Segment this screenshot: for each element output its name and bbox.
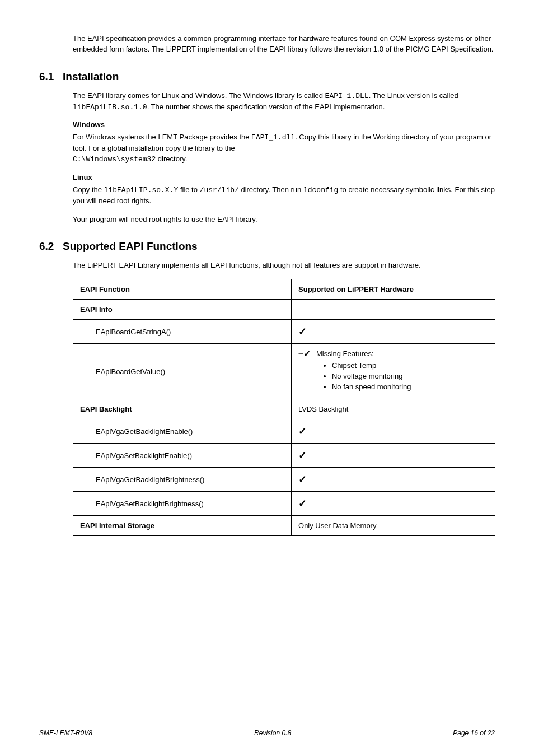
list-item: No fan speed monitoring bbox=[332, 382, 411, 391]
cell-empty bbox=[292, 300, 495, 320]
code-eapi-dll-lower: EAPI_1.dll bbox=[251, 133, 295, 142]
cell-check: ✓ bbox=[292, 419, 495, 444]
intro-paragraph: The EAPI specification provides a common… bbox=[39, 34, 495, 55]
fn-name: EApiVgaSetBacklightBrightness() bbox=[73, 492, 292, 516]
text-fragment: . The Linux version is called bbox=[369, 91, 458, 100]
windows-paragraph: For Windows systems the LEMT Package pro… bbox=[39, 132, 495, 165]
dash-check-icon: –✓ bbox=[298, 349, 311, 358]
fn-name: EApiVgaGetBacklightEnable() bbox=[73, 419, 292, 444]
linux-heading: Linux bbox=[73, 173, 495, 181]
group-eapi-storage: EAPI Internal Storage bbox=[73, 516, 292, 536]
footer-right: Page 16 of 22 bbox=[453, 729, 495, 737]
linux-paragraph-2: Your program will need root rights to us… bbox=[39, 214, 495, 225]
col-header-supported: Supported on LiPPERT Hardware bbox=[292, 279, 495, 300]
section-6-1-number: 6.1 bbox=[39, 71, 63, 83]
windows-heading: Windows bbox=[73, 120, 495, 129]
section-6-2-heading: 6.2Supported EAPI Functions bbox=[39, 240, 495, 253]
table-row: EAPI Internal Storage Only User Data Mem… bbox=[73, 516, 495, 536]
fn-name: EApiBoardGetStringA() bbox=[73, 320, 292, 344]
fn-name: EApiVgaSetBacklightEnable() bbox=[73, 444, 292, 468]
list-item: No voltage monitoring bbox=[332, 372, 411, 380]
list-item: Chipset Temp bbox=[332, 361, 411, 370]
table-row: EApiBoardGetStringA() ✓ bbox=[73, 320, 495, 344]
check-icon: ✓ bbox=[298, 474, 307, 485]
fn-name: EApiBoardGetValue() bbox=[73, 344, 292, 399]
table-row: EAPI Info bbox=[73, 300, 495, 320]
code-usr-lib: /usr/lib/ bbox=[200, 186, 239, 194]
section-6-2-title: Supported EAPI Functions bbox=[63, 240, 198, 252]
code-ldconfig: ldconfig bbox=[303, 186, 338, 194]
group-eapi-backlight: EAPI Backlight bbox=[73, 399, 292, 419]
cell-check: ✓ bbox=[292, 444, 495, 468]
section-6-2-number: 6.2 bbox=[39, 240, 63, 253]
text-fragment: For Windows systems the LEMT Package pro… bbox=[73, 133, 251, 141]
missing-features-list: Chipset Temp No voltage monitoring No fa… bbox=[316, 361, 411, 391]
code-libeapilip: libEApiLIP.so.X.Y bbox=[104, 186, 179, 194]
col-header-function: EAPI Function bbox=[73, 279, 292, 300]
text-fragment: file to bbox=[178, 185, 199, 194]
code-eapi-dll: EAPI_1.DLL bbox=[325, 92, 369, 100]
page-footer: SME-LEMT-R0V8 Revision 0.8 Page 16 of 22 bbox=[39, 729, 495, 737]
text-fragment: . The number shows the specification ver… bbox=[147, 102, 385, 111]
eapi-functions-table: EAPI Function Supported on LiPPERT Hardw… bbox=[73, 279, 495, 536]
check-icon: ✓ bbox=[298, 326, 307, 337]
section-6-1-heading: 6.1Installation bbox=[39, 71, 495, 83]
table-header-row: EAPI Function Supported on LiPPERT Hardw… bbox=[73, 279, 495, 300]
text-fragment: directory. bbox=[156, 155, 187, 163]
fn-name: EApiVgaGetBacklightBrightness() bbox=[73, 468, 292, 492]
code-libeapilib: libEApiLIB.so.1.0 bbox=[73, 103, 147, 111]
table-row: EAPI Backlight LVDS Backlight bbox=[73, 399, 495, 419]
text-fragment: directory. Then run bbox=[239, 185, 303, 194]
table-row: EApiVgaSetBacklightEnable() ✓ bbox=[73, 444, 495, 468]
linux-paragraph-1: Copy the libEApiLIP.so.X.Y file to /usr/… bbox=[39, 185, 495, 207]
cell-check: ✓ bbox=[292, 492, 495, 516]
text-fragment: Copy the bbox=[73, 185, 104, 194]
table-row: EApiBoardGetValue() –✓ Missing Features:… bbox=[73, 344, 495, 399]
footer-center: Revision 0.8 bbox=[254, 729, 291, 737]
check-icon: ✓ bbox=[298, 498, 307, 509]
table-row: EApiVgaGetBacklightBrightness() ✓ bbox=[73, 468, 495, 492]
table-row: EApiVgaSetBacklightBrightness() ✓ bbox=[73, 492, 495, 516]
table-row: EApiVgaGetBacklightEnable() ✓ bbox=[73, 419, 495, 444]
missing-features-label: Missing Features: bbox=[316, 349, 374, 358]
s62-paragraph-1: The LiPPERT EAPI Library implements all … bbox=[39, 260, 495, 271]
section-6-1-title: Installation bbox=[63, 71, 119, 82]
cell-missing-features: –✓ Missing Features: Chipset Temp No vol… bbox=[292, 344, 495, 399]
cell-storage-note: Only User Data Memory bbox=[292, 516, 495, 536]
text-fragment: The EAPI library comes for Linux and Win… bbox=[73, 91, 325, 100]
code-windows-system32: C:\Windows\system32 bbox=[73, 155, 156, 164]
check-icon: ✓ bbox=[298, 426, 307, 437]
footer-left: SME-LEMT-R0V8 bbox=[39, 729, 92, 737]
s61-paragraph-1: The EAPI library comes for Linux and Win… bbox=[39, 91, 495, 113]
cell-check: ✓ bbox=[292, 468, 495, 492]
group-eapi-info: EAPI Info bbox=[73, 300, 292, 320]
cell-check: ✓ bbox=[292, 320, 495, 344]
check-icon: ✓ bbox=[298, 450, 307, 461]
cell-backlight-note: LVDS Backlight bbox=[292, 399, 495, 419]
